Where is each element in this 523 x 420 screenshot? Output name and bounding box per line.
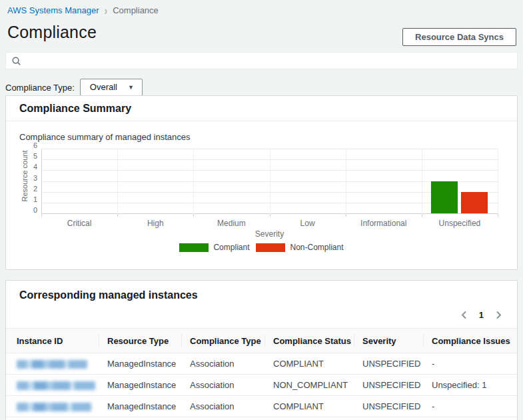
- managed-instances-title: Corresponding managed instances: [6, 281, 517, 307]
- cell-severity: UNSPECIFIED: [362, 375, 432, 396]
- chevron-down-icon: ▼: [128, 84, 134, 91]
- x-tick: [422, 214, 422, 217]
- cell-compliance-issues: Unspecified: 1: [432, 375, 517, 396]
- y-tick-label: 4: [33, 163, 37, 171]
- y-tick-label: 6: [33, 141, 37, 149]
- instance-id-link-redacted[interactable]: [17, 360, 87, 369]
- cell-compliance-type: Association: [190, 375, 273, 396]
- cell-instance-id: [6, 375, 107, 396]
- resource-data-syncs-button[interactable]: Resource Data Syncs: [402, 28, 516, 46]
- cell-severity: UNSPECIFIED: [362, 353, 432, 375]
- column-header-resource-type: Resource Type: [107, 329, 190, 353]
- managed-instances-card: Corresponding managed instances 1 Instan…: [5, 280, 518, 420]
- chart-y-axis-label: Resource count: [21, 139, 29, 213]
- cell-instance-id: [6, 396, 107, 417]
- compliance-type-label: Compliance Type:: [5, 83, 75, 93]
- chart-plot-area: 0123456CriticalHighMediumLowInformationa…: [41, 149, 498, 214]
- managed-instances-table: Instance ID Resource Type Compliance Typ…: [6, 328, 517, 417]
- cell-compliance-type: Association: [190, 396, 273, 417]
- cell-compliance-type: Association: [190, 353, 273, 375]
- compliance-summary-title: Compliance Summary: [6, 96, 517, 121]
- cell-compliance-status: COMPLIANT: [273, 396, 362, 417]
- compliance-type-select[interactable]: Overall ▼: [80, 79, 143, 96]
- x-category-label: Unspecified: [439, 219, 481, 228]
- gridline: [270, 149, 270, 214]
- table-header-row: Instance ID Resource Type Compliance Typ…: [6, 329, 517, 353]
- cell-compliance-status: COMPLIANT: [273, 353, 362, 375]
- search-input[interactable]: [27, 56, 512, 66]
- cell-resource-type: ManagedInstance: [107, 375, 190, 396]
- y-tick-label: 5: [33, 152, 37, 160]
- x-tick: [498, 214, 498, 217]
- legend-label: Compliant: [213, 243, 249, 252]
- x-category-label: Critical: [67, 219, 92, 228]
- page-number-current[interactable]: 1: [479, 310, 484, 320]
- table-row: ManagedInstanceAssociationNON_COMPLIANTU…: [6, 375, 517, 396]
- gridline: [193, 149, 194, 214]
- search-bar[interactable]: [5, 52, 518, 69]
- compliance-type-selected-value: Overall: [90, 82, 117, 92]
- y-tick-label: 2: [33, 185, 37, 193]
- column-header-compliance-issues: Compliance Issues: [432, 329, 517, 353]
- legend-swatch-icon: [256, 243, 285, 252]
- chevron-right-icon: [495, 311, 502, 319]
- table-row: ManagedInstanceAssociationCOMPLIANTUNSPE…: [6, 396, 517, 417]
- instance-id-link-redacted[interactable]: [17, 403, 91, 411]
- page-title: Compliance: [7, 23, 97, 42]
- table-row: ManagedInstanceAssociationCOMPLIANTUNSPE…: [6, 353, 517, 375]
- column-header-severity: Severity: [362, 329, 432, 353]
- pagination: 1: [460, 310, 502, 320]
- chart-legend: CompliantNon-Compliant: [13, 243, 510, 252]
- instance-id-link-redacted[interactable]: [17, 381, 95, 390]
- breadcrumb: AWS Systems Manager › Compliance: [7, 5, 159, 15]
- breadcrumb-current: Compliance: [113, 5, 159, 15]
- cell-resource-type: ManagedInstance: [107, 396, 190, 417]
- column-header-compliance-status: Compliance Status: [273, 329, 362, 353]
- column-header-compliance-type: Compliance Type: [190, 329, 273, 353]
- cell-resource-type: ManagedInstance: [107, 353, 190, 375]
- x-tick: [117, 214, 118, 217]
- previous-page-button[interactable]: [460, 311, 468, 319]
- breadcrumb-chevron-icon: ›: [105, 3, 108, 17]
- x-tick: [270, 214, 270, 217]
- bar-non-compliant-unspecified: [461, 192, 488, 213]
- legend-item: Non-Compliant: [256, 243, 343, 252]
- chart-x-axis-label: Severity: [41, 229, 498, 239]
- breadcrumb-link-systems-manager[interactable]: AWS Systems Manager: [7, 5, 99, 15]
- legend-swatch-icon: [179, 243, 209, 252]
- next-page-button[interactable]: [495, 311, 502, 319]
- y-tick-label: 3: [33, 174, 37, 182]
- cell-instance-id: [6, 353, 107, 375]
- cell-severity: UNSPECIFIED: [362, 396, 432, 417]
- x-category-label: Informational: [360, 219, 406, 228]
- x-category-label: Medium: [217, 219, 246, 228]
- x-category-label: High: [147, 219, 164, 228]
- legend-label: Non-Compliant: [290, 243, 343, 252]
- gridline: [346, 149, 346, 214]
- x-tick: [193, 214, 194, 217]
- search-icon: [11, 56, 21, 66]
- compliance-summary-chart: Resource count 0123456CriticalHighMedium…: [13, 145, 510, 262]
- chart-subtitle: Compliance summary of managed instances: [19, 132, 504, 142]
- cell-compliance-issues: -: [432, 353, 517, 375]
- cell-compliance-status: NON_COMPLIANT: [273, 375, 362, 396]
- x-category-label: Low: [300, 219, 315, 228]
- column-header-instance-id: Instance ID: [6, 329, 107, 353]
- x-tick: [346, 214, 346, 217]
- gridline: [498, 149, 498, 214]
- compliance-type-filter: Compliance Type: Overall ▼: [5, 79, 143, 96]
- y-axis-line: [41, 149, 42, 217]
- cell-compliance-issues: -: [432, 396, 517, 417]
- chevron-left-icon: [460, 311, 468, 319]
- x-tick: [41, 214, 42, 217]
- y-tick-label: 0: [33, 206, 37, 214]
- legend-item: Compliant: [179, 243, 249, 252]
- y-tick-label: 1: [33, 195, 37, 203]
- gridline: [117, 149, 118, 214]
- bar-compliant-unspecified: [431, 181, 458, 214]
- gridline: [422, 149, 422, 214]
